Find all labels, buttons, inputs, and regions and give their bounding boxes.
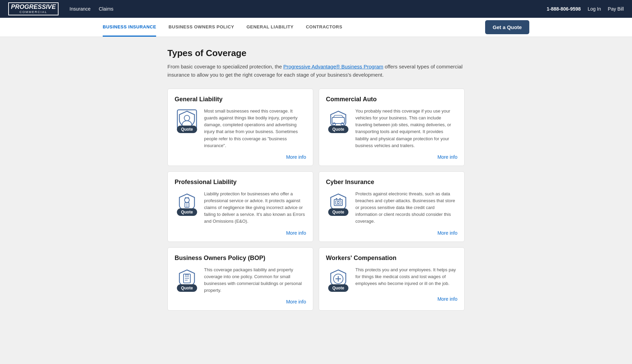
workers-comp-icon: Quote: [326, 266, 351, 291]
professional-liability-title: Professional Liability: [175, 179, 306, 186]
commercial-auto-card: Commercial Auto Quote You probably need …: [319, 89, 465, 166]
top-navigation: PROGRESSIVE COMMERCIAL Insurance Claims …: [0, 0, 632, 18]
business-insurance-nav-link[interactable]: BUSINESS INSURANCE: [103, 18, 156, 37]
claims-nav-link[interactable]: Claims: [99, 6, 114, 12]
commercial-auto-more-info[interactable]: More info: [438, 154, 457, 160]
general-liability-footer: More info: [175, 154, 306, 160]
workers-comp-text: This protects you and your employees. It…: [355, 266, 457, 287]
bop-icon: Quote: [175, 266, 199, 291]
general-liability-text: Most small businesses need this coverage…: [204, 108, 306, 149]
general-liability-more-info[interactable]: More info: [286, 154, 306, 160]
logo-progressive: PROGRESSIVE: [11, 3, 56, 10]
workers-comp-title: Workers' Compensation: [326, 255, 457, 262]
bop-nav-link[interactable]: BUSINESS OWNERS POLICY: [168, 18, 234, 37]
logo-commercial: COMMERCIAL: [11, 11, 56, 14]
commercial-auto-footer: More info: [326, 154, 457, 160]
workers-comp-quote-btn[interactable]: Quote: [328, 284, 349, 292]
insurance-nav-link[interactable]: Insurance: [69, 6, 90, 12]
professional-liability-text: Liability protection for businesses who …: [204, 191, 306, 225]
bop-title: Business Owners Policy (BOP): [175, 255, 306, 262]
cyber-insurance-icon: Quote: [326, 191, 351, 215]
general-liability-nav-link[interactable]: GENERAL LIABILITY: [247, 18, 294, 37]
login-link[interactable]: Log In: [587, 6, 601, 12]
commercial-auto-quote-btn[interactable]: Quote: [328, 126, 349, 133]
professional-liability-body: Quote Liability protection for businesse…: [175, 191, 306, 225]
professional-liability-more-info[interactable]: More info: [286, 230, 306, 236]
top-nav-right: 1-888-806-9598 Log In Pay Bill: [547, 6, 624, 12]
general-liability-body: Quote Most small businesses need this co…: [175, 108, 306, 149]
secondary-navigation: BUSINESS INSURANCE BUSINESS OWNERS POLIC…: [0, 18, 632, 37]
progressive-advantage-link[interactable]: Progressive Advantage® Business Program: [283, 64, 383, 69]
general-liability-card: General Liability Quote Most small busin…: [167, 89, 313, 166]
general-liability-quote-btn[interactable]: Quote: [177, 126, 197, 133]
svg-point-5: [185, 198, 189, 203]
secondary-nav-links: BUSINESS INSURANCE BUSINESS OWNERS POLIC…: [103, 18, 485, 37]
desc-prefix: From basic coverage to specialized prote…: [167, 64, 283, 69]
commercial-auto-title: Commercial Auto: [326, 96, 457, 103]
general-liability-title: General Liability: [175, 96, 306, 103]
svg-point-1: [184, 115, 190, 121]
page-description: From basic coverage to specialized prote…: [167, 63, 465, 79]
bop-body: Quote This coverage packages liability a…: [175, 266, 306, 294]
cyber-insurance-footer: More info: [326, 230, 457, 236]
cyber-insurance-title: Cyber Insurance: [326, 179, 457, 186]
cyber-insurance-text: Protects against electronic threats, suc…: [355, 191, 457, 225]
professional-liability-icon: Quote: [175, 191, 199, 215]
workers-comp-card: Workers' Compensation Quote This protect…: [319, 247, 465, 311]
page-title: Types of Coverage: [167, 48, 465, 58]
contractors-nav-link[interactable]: CONTRACTORS: [306, 18, 342, 37]
main-content: Types of Coverage From basic coverage to…: [162, 37, 470, 322]
professional-liability-card: Professional Liability Quote Liability p…: [167, 171, 313, 242]
cyber-insurance-quote-btn[interactable]: Quote: [328, 208, 349, 216]
bop-more-info[interactable]: More info: [286, 299, 306, 304]
cyber-insurance-card: Cyber Insurance Quote Protects against e…: [319, 171, 465, 242]
top-nav-links: Insurance Claims: [69, 6, 547, 12]
workers-comp-more-info[interactable]: More info: [438, 296, 457, 302]
cyber-insurance-body: Quote Protects against electronic threat…: [326, 191, 457, 225]
logo[interactable]: PROGRESSIVE COMMERCIAL: [8, 2, 59, 15]
cyber-insurance-more-info[interactable]: More info: [438, 230, 457, 236]
get-quote-button[interactable]: Get a Quote: [485, 20, 529, 34]
phone-number: 1-888-806-9598: [547, 6, 581, 12]
workers-comp-footer: More info: [326, 296, 457, 302]
svg-point-10: [337, 202, 339, 204]
bop-text: This coverage packages liability and pro…: [204, 266, 306, 294]
cards-grid: General Liability Quote Most small busin…: [167, 89, 465, 311]
bop-footer: More info: [175, 299, 306, 305]
pay-bill-link[interactable]: Pay Bill: [608, 6, 624, 12]
bop-card: Business Owners Policy (BOP) Quote This …: [167, 247, 313, 311]
workers-comp-body: Quote This protects you and your employe…: [326, 266, 457, 291]
general-liability-icon: Quote: [175, 108, 199, 132]
commercial-auto-body: Quote You probably need this coverage if…: [326, 108, 457, 149]
bop-quote-btn[interactable]: Quote: [177, 284, 197, 292]
professional-liability-quote-btn[interactable]: Quote: [177, 208, 197, 216]
commercial-auto-text: You probably need this coverage if you u…: [355, 108, 457, 149]
logo-text: PROGRESSIVE COMMERCIAL: [8, 2, 59, 15]
commercial-auto-icon: Quote: [326, 108, 351, 132]
professional-liability-footer: More info: [175, 230, 306, 236]
